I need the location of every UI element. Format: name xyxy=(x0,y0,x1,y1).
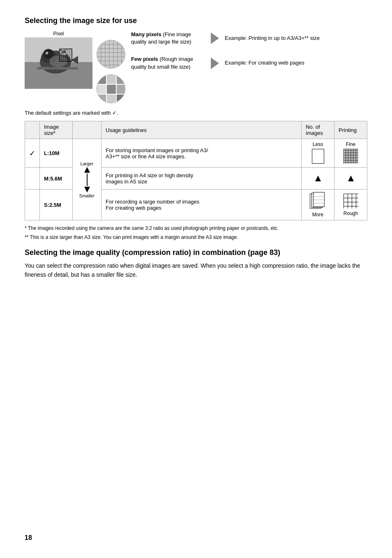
size-cell-m: M:5.6M xyxy=(40,168,73,190)
th-printing: Printing xyxy=(334,121,367,139)
svg-rect-50 xyxy=(107,75,116,84)
usage-cell-l: For storing important images or printing… xyxy=(101,139,302,168)
arrow-up-print-icon xyxy=(348,176,354,181)
svg-rect-31 xyxy=(60,53,62,55)
usage-cell-m: For printing in A4 size or high densityi… xyxy=(101,168,302,190)
footnote-1: * The images recorded using the camera a… xyxy=(25,225,367,232)
quality-descriptions: Many pixels (Fine image quality and larg… xyxy=(131,31,367,71)
svg-rect-32 xyxy=(62,53,64,55)
rough-pattern-icon xyxy=(344,194,358,208)
few-pixels-desc: Few pixels (Rough image quality but smal… xyxy=(131,56,205,70)
section1-title: Selecting the image size for use xyxy=(25,16,367,25)
many-pixels-desc: Many pixels (Fine image quality and larg… xyxy=(131,31,205,46)
svg-rect-28 xyxy=(60,51,62,53)
diagram-area: Pixel xyxy=(25,31,367,103)
printing-cell-m xyxy=(334,168,367,190)
th-size-label xyxy=(73,121,101,139)
arrow-up-icon xyxy=(84,167,90,173)
size-arrow-cell: Larger Smaller xyxy=(73,139,101,220)
svg-rect-27 xyxy=(64,49,66,51)
checkmark-icon: ✓ xyxy=(29,149,35,157)
svg-rect-57 xyxy=(117,95,125,103)
th-image-size: Image size* xyxy=(40,121,73,139)
rough-pixel-circle xyxy=(97,74,125,103)
smaller-label: Smaller xyxy=(79,193,95,198)
page-number: 18 xyxy=(25,534,32,542)
check-cell-l: ✓ xyxy=(25,139,40,168)
arrow-up-middle-icon xyxy=(315,176,321,181)
svg-point-7 xyxy=(46,53,48,54)
stacked-pages-icon xyxy=(310,192,326,211)
svg-rect-53 xyxy=(107,85,116,94)
images-cell-s: More xyxy=(302,190,334,220)
th-usage: Usage guidelines xyxy=(101,121,302,139)
fine-pattern-icon xyxy=(344,149,358,164)
svg-rect-52 xyxy=(97,85,106,94)
more-label: More xyxy=(306,212,330,218)
rough-label: Rough xyxy=(339,211,363,216)
section2-title: Selecting the image quality (compression… xyxy=(25,248,367,257)
bird-image-area: Pixel xyxy=(25,31,92,89)
bird-svg xyxy=(25,37,92,89)
svg-rect-54 xyxy=(117,85,125,94)
svg-rect-51 xyxy=(117,75,125,84)
svg-rect-26 xyxy=(62,49,64,51)
images-cell-m xyxy=(302,168,334,190)
table-row: ✓ L:10M Larger Smaller For storing impor… xyxy=(25,139,367,168)
example-fine: Example: Printing in up to A3/A3+** size xyxy=(225,35,320,42)
less-label: Less xyxy=(306,141,330,147)
arrow-down-icon xyxy=(84,187,90,192)
section2-desc: You can select the compression ratio whe… xyxy=(25,261,367,280)
pixel-circles xyxy=(97,31,125,103)
size-arrows: Larger Smaller xyxy=(77,161,97,198)
svg-rect-30 xyxy=(64,51,66,53)
size-vline xyxy=(87,174,88,186)
svg-rect-25 xyxy=(60,49,62,51)
single-page-icon xyxy=(312,149,324,164)
many-pixels-row: Many pixels (Fine image quality and larg… xyxy=(131,31,367,46)
svg-rect-56 xyxy=(107,95,116,103)
usage-cell-s: For recording a large number of images F… xyxy=(101,190,302,220)
printing-cell-l: Fine xyxy=(334,139,367,168)
larger-label: Larger xyxy=(81,161,94,166)
svg-rect-33 xyxy=(64,53,66,55)
th-check xyxy=(25,121,40,139)
arrow-rough xyxy=(211,58,219,69)
svg-rect-49 xyxy=(97,75,106,84)
image-size-table: Image size* Usage guidelines No. of imag… xyxy=(25,121,367,220)
fine-pixel-circle xyxy=(97,40,125,69)
size-cell-l: L:10M xyxy=(40,139,73,168)
printing-cell-s: Rough xyxy=(334,190,367,220)
few-pixels-row: Few pixels (Rough image quality but smal… xyxy=(131,56,367,70)
check-cell-s xyxy=(25,190,40,220)
pixel-label: Pixel xyxy=(53,31,64,37)
size-cell-s: S:2.5M xyxy=(40,190,73,220)
images-cell-l: Less xyxy=(302,139,334,168)
arrow-fine xyxy=(211,32,219,44)
table-header-row: Image size* Usage guidelines No. of imag… xyxy=(25,121,367,139)
default-note: The default settings are marked with ✓. xyxy=(25,110,367,116)
th-no-images: No. of images xyxy=(302,121,334,139)
check-cell-m xyxy=(25,168,40,190)
fine-label: Fine xyxy=(339,141,363,147)
footnote-2: ** This is a size larger than A3 size. Y… xyxy=(25,234,367,241)
svg-rect-29 xyxy=(62,51,64,53)
example-rough: Example: For creating web pages xyxy=(225,59,304,67)
svg-rect-55 xyxy=(97,95,106,103)
svg-rect-10 xyxy=(37,67,78,69)
